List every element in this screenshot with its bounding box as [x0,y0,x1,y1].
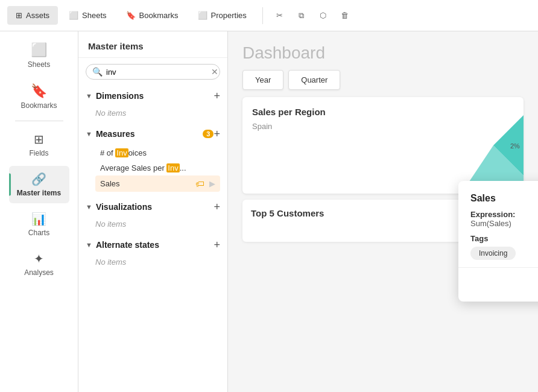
sales-drag-handle: ▶ [209,179,215,188]
sheets-nav-icon: ⬜ [31,42,47,58]
popup-body: Sales Expression: Sum(Sales) Tags Invoic… [458,181,538,267]
popup-tags-label: Tags [470,234,538,243]
measures-badge: 3 [203,130,214,138]
cut-button[interactable]: ✂ [270,6,290,25]
alternate-states-no-items: No items [95,256,220,268]
properties-icon: ⬜ [198,11,207,20]
add-alternate-state-button[interactable]: + [214,239,220,250]
top-nav: ⊞ Assets ⬜ Sheets 🔖 Bookmarks ⬜ Properti… [0,0,538,31]
dimensions-title: Dimensions [96,91,214,101]
sidebar-item-charts[interactable]: 📊 Charts [9,206,69,243]
sidebar-item-bookmarks[interactable]: 🔖 Bookmarks [9,77,69,116]
clear-search-button[interactable]: ✕ [211,67,218,77]
sidebar-item-fields[interactable]: ⊞ Fields [9,126,69,163]
tag-chip-invoicing: Invoicing [470,247,516,260]
visualizations-chevron-icon: ▼ [86,203,92,210]
sidebar-item-sheets[interactable]: ⬜ Sheets [9,36,69,75]
dimensions-chevron-icon: ▼ [86,92,92,100]
assets-icon: ⊞ [16,11,22,20]
panel-title: Master items [78,31,227,58]
sheets-icon: ⬜ [69,11,78,20]
bookmarks-nav-icon: 🔖 [31,83,47,99]
tab-assets[interactable]: ⊞ Assets [7,6,58,25]
alternate-states-title: Alternate states [96,240,214,250]
master-items-panel: Master items 🔍 ✕ ▼ Dimensions + No items… [78,31,228,392]
filter-bar: Year Quarter [228,70,538,97]
master-items-nav-icon: 🔗 [31,172,46,186]
measure-item-avg-sales[interactable]: Average Sales per Inv... [95,160,220,175]
visualizations-no-items: No items [95,218,220,230]
tab-bookmarks[interactable]: 🔖 Bookmarks [118,6,187,25]
tab-properties[interactable]: ⬜ Properties [189,6,255,25]
measures-chevron-icon: ▼ [86,130,92,138]
paste-button[interactable]: ⬡ [314,6,333,25]
tag-icon: 🏷 [195,179,204,189]
popup-footer: 🗑 ✏ ⧉ ⤢ [458,267,538,302]
measures-body: # of Invoices Average Sales per Inv... S… [78,144,227,197]
popup-title: Sales [470,193,538,204]
dimensions-no-items: No items [95,107,220,119]
main-layout: ⬜ Sheets 🔖 Bookmarks ⊞ Fields 🔗 Master i… [0,31,538,392]
copy-button[interactable]: ⧉ [292,6,311,25]
year-filter-button[interactable]: Year [242,70,283,90]
visualizations-body: No items [78,217,227,235]
sidebar-item-analyses[interactable]: ✦ Analyses [9,245,69,283]
popup-card: Sales Expression: Sum(Sales) Tags Invoic… [458,181,538,302]
svg-text:2%: 2% [510,142,520,150]
alternate-states-chevron-icon: ▼ [86,241,92,248]
visualizations-section-header[interactable]: ▼ Visualizations + [78,197,227,217]
popup-tags: Invoicing [470,247,538,260]
bookmarks-icon: 🔖 [126,11,136,20]
analyses-nav-icon: ✦ [34,251,44,266]
delete-button[interactable]: 🗑 [335,6,355,25]
add-dimension-button[interactable]: + [214,90,220,101]
chart-visual: 2% [457,97,524,194]
add-visualization-button[interactable]: + [214,201,220,212]
charts-row: Sales per Region Spain 2% [242,97,524,194]
nav-divider [262,7,263,24]
measure-item-sales[interactable]: Sales 🏷 ▶ [95,175,220,192]
dashboard-title: Dashboard [228,31,538,70]
popup-expression-label: Expression: [470,210,538,219]
dimensions-body: No items [78,106,227,124]
add-measure-button[interactable]: + [214,128,220,139]
measures-title: Measures [96,129,199,139]
panel-sections: ▼ Dimensions + No items ▼ Measures 3 + #… [78,83,227,392]
popup-expression-value: Sum(Sales) [470,219,538,228]
fields-nav-icon: ⊞ [34,132,44,147]
search-container: 🔍 ✕ [86,64,220,80]
visualizations-title: Visualizations [96,202,214,212]
left-sidebar: ⬜ Sheets 🔖 Bookmarks ⊞ Fields 🔗 Master i… [0,31,78,392]
charts-nav-icon: 📊 [31,212,46,226]
sidebar-item-master-items[interactable]: 🔗 Master items [9,166,69,203]
quarter-filter-button[interactable]: Quarter [288,70,340,90]
search-input[interactable] [106,68,207,77]
alternate-states-section-header[interactable]: ▼ Alternate states + [78,235,227,255]
measures-section-header[interactable]: ▼ Measures 3 + [78,124,227,144]
sidebar-divider [15,121,63,121]
measure-item-invoices[interactable]: # of Invoices [95,145,220,160]
dashboard-area: Dashboard Year Quarter Sales per Region … [228,31,538,392]
sales-per-region-chart: Sales per Region Spain 2% [242,97,524,194]
search-icon: 🔍 [92,67,103,77]
dimensions-section-header[interactable]: ▼ Dimensions + [78,86,227,106]
alternate-states-body: No items [78,255,227,273]
tab-sheets[interactable]: ⬜ Sheets [60,6,115,25]
